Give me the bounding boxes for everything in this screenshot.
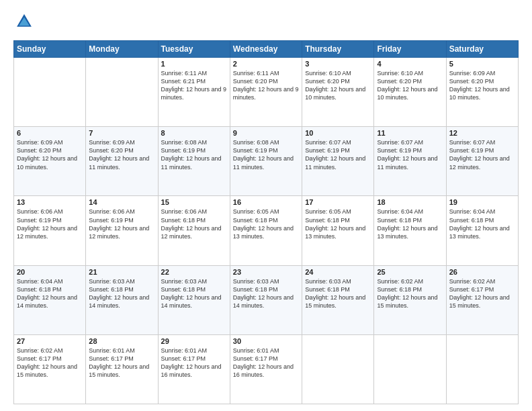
day-number: 25 (377, 268, 443, 276)
calendar-cell: 29Sunrise: 6:01 AM Sunset: 6:17 PM Dayli… (158, 334, 230, 404)
calendar-cell: 7Sunrise: 6:09 AM Sunset: 6:20 PM Daylig… (86, 127, 158, 196)
day-number: 13 (17, 198, 83, 206)
day-number: 18 (377, 198, 443, 206)
weekday-header-monday: Monday (86, 41, 158, 58)
week-row-1: 1Sunrise: 6:11 AM Sunset: 6:21 PM Daylig… (14, 58, 519, 127)
day-number: 30 (233, 337, 299, 345)
day-info: Sunrise: 6:05 AM Sunset: 6:18 PM Dayligh… (305, 208, 371, 240)
calendar-cell: 30Sunrise: 6:01 AM Sunset: 6:17 PM Dayli… (230, 334, 302, 404)
day-info: Sunrise: 6:05 AM Sunset: 6:18 PM Dayligh… (233, 208, 299, 240)
calendar-cell (374, 334, 446, 404)
day-info: Sunrise: 6:02 AM Sunset: 6:17 PM Dayligh… (17, 347, 83, 379)
day-info: Sunrise: 6:11 AM Sunset: 6:21 PM Dayligh… (161, 69, 227, 102)
day-info: Sunrise: 6:07 AM Sunset: 6:19 PM Dayligh… (377, 138, 443, 171)
calendar-cell: 28Sunrise: 6:01 AM Sunset: 6:17 PM Dayli… (86, 334, 158, 404)
day-info: Sunrise: 6:06 AM Sunset: 6:19 PM Dayligh… (17, 208, 83, 240)
day-number: 16 (233, 198, 299, 206)
calendar-cell: 12Sunrise: 6:07 AM Sunset: 6:19 PM Dayli… (446, 127, 518, 196)
day-info: Sunrise: 6:03 AM Sunset: 6:18 PM Dayligh… (233, 277, 299, 310)
day-number: 1 (161, 60, 227, 68)
day-info: Sunrise: 6:03 AM Sunset: 6:18 PM Dayligh… (305, 277, 371, 310)
calendar-cell: 20Sunrise: 6:04 AM Sunset: 6:18 PM Dayli… (14, 265, 86, 334)
calendar-cell: 9Sunrise: 6:08 AM Sunset: 6:19 PM Daylig… (230, 127, 302, 196)
calendar-cell: 2Sunrise: 6:11 AM Sunset: 6:20 PM Daylig… (230, 58, 302, 127)
day-info: Sunrise: 6:11 AM Sunset: 6:20 PM Dayligh… (233, 69, 299, 102)
calendar-cell: 15Sunrise: 6:06 AM Sunset: 6:18 PM Dayli… (158, 196, 230, 265)
day-number: 7 (89, 129, 154, 137)
day-info: Sunrise: 6:03 AM Sunset: 6:18 PM Dayligh… (161, 277, 227, 310)
day-info: Sunrise: 6:10 AM Sunset: 6:20 PM Dayligh… (305, 69, 371, 102)
day-number: 27 (17, 337, 83, 345)
day-number: 24 (305, 268, 371, 276)
calendar-cell: 8Sunrise: 6:08 AM Sunset: 6:19 PM Daylig… (158, 127, 230, 196)
day-number: 19 (449, 198, 515, 206)
day-info: Sunrise: 6:04 AM Sunset: 6:18 PM Dayligh… (449, 208, 515, 240)
calendar-cell: 18Sunrise: 6:04 AM Sunset: 6:18 PM Dayli… (374, 196, 446, 265)
day-number: 4 (377, 60, 443, 68)
day-info: Sunrise: 6:09 AM Sunset: 6:20 PM Dayligh… (17, 138, 83, 171)
calendar-cell: 16Sunrise: 6:05 AM Sunset: 6:18 PM Dayli… (230, 196, 302, 265)
calendar-cell: 4Sunrise: 6:10 AM Sunset: 6:20 PM Daylig… (374, 58, 446, 127)
day-number: 2 (233, 60, 299, 68)
calendar-cell: 17Sunrise: 6:05 AM Sunset: 6:18 PM Dayli… (302, 196, 374, 265)
weekday-header-thursday: Thursday (302, 41, 374, 58)
day-info: Sunrise: 6:02 AM Sunset: 6:18 PM Dayligh… (377, 277, 443, 310)
day-number: 29 (161, 337, 227, 345)
calendar-cell (86, 58, 158, 127)
day-info: Sunrise: 6:07 AM Sunset: 6:19 PM Dayligh… (449, 138, 515, 171)
day-info: Sunrise: 6:01 AM Sunset: 6:17 PM Dayligh… (233, 347, 299, 379)
calendar-cell: 27Sunrise: 6:02 AM Sunset: 6:17 PM Dayli… (14, 334, 86, 404)
day-info: Sunrise: 6:08 AM Sunset: 6:19 PM Dayligh… (161, 138, 227, 171)
calendar-cell: 21Sunrise: 6:03 AM Sunset: 6:18 PM Dayli… (86, 265, 158, 334)
calendar-cell: 26Sunrise: 6:02 AM Sunset: 6:17 PM Dayli… (446, 265, 518, 334)
calendar-cell: 14Sunrise: 6:06 AM Sunset: 6:19 PM Dayli… (86, 196, 158, 265)
day-info: Sunrise: 6:03 AM Sunset: 6:18 PM Dayligh… (89, 277, 154, 310)
day-number: 5 (449, 60, 515, 68)
day-info: Sunrise: 6:09 AM Sunset: 6:20 PM Dayligh… (449, 69, 515, 102)
weekday-header-wednesday: Wednesday (230, 41, 302, 58)
calendar-cell: 3Sunrise: 6:10 AM Sunset: 6:20 PM Daylig… (302, 58, 374, 127)
day-number: 10 (305, 129, 371, 137)
day-info: Sunrise: 6:10 AM Sunset: 6:20 PM Dayligh… (377, 69, 443, 102)
calendar-cell: 6Sunrise: 6:09 AM Sunset: 6:20 PM Daylig… (14, 127, 86, 196)
calendar-cell: 11Sunrise: 6:07 AM Sunset: 6:19 PM Dayli… (374, 127, 446, 196)
week-row-2: 6Sunrise: 6:09 AM Sunset: 6:20 PM Daylig… (14, 127, 519, 196)
day-number: 3 (305, 60, 371, 68)
day-number: 21 (89, 268, 154, 276)
day-info: Sunrise: 6:02 AM Sunset: 6:17 PM Dayligh… (449, 277, 515, 310)
day-number: 11 (377, 129, 443, 137)
calendar-cell: 13Sunrise: 6:06 AM Sunset: 6:19 PM Dayli… (14, 196, 86, 265)
day-number: 23 (233, 268, 299, 276)
day-number: 17 (305, 198, 371, 206)
day-info: Sunrise: 6:04 AM Sunset: 6:18 PM Dayligh… (17, 277, 83, 310)
calendar-cell (446, 334, 518, 404)
weekday-header-sunday: Sunday (14, 41, 86, 58)
page: SundayMondayTuesdayWednesdayThursdayFrid… (0, 0, 532, 411)
day-info: Sunrise: 6:01 AM Sunset: 6:17 PM Dayligh… (161, 347, 227, 379)
calendar-cell (14, 58, 86, 127)
weekday-header-tuesday: Tuesday (158, 41, 230, 58)
day-number: 6 (17, 129, 83, 137)
week-row-5: 27Sunrise: 6:02 AM Sunset: 6:17 PM Dayli… (14, 334, 519, 404)
day-number: 28 (89, 337, 154, 345)
day-number: 15 (161, 198, 227, 206)
day-number: 22 (161, 268, 227, 276)
weekday-header-friday: Friday (374, 41, 446, 58)
day-number: 20 (17, 268, 83, 276)
day-info: Sunrise: 6:01 AM Sunset: 6:17 PM Dayligh… (89, 347, 154, 379)
calendar-cell: 10Sunrise: 6:07 AM Sunset: 6:19 PM Dayli… (302, 127, 374, 196)
week-row-3: 13Sunrise: 6:06 AM Sunset: 6:19 PM Dayli… (14, 196, 519, 265)
calendar-cell: 5Sunrise: 6:09 AM Sunset: 6:20 PM Daylig… (446, 58, 518, 127)
header (13, 12, 519, 34)
weekday-header-row: SundayMondayTuesdayWednesdayThursdayFrid… (14, 41, 519, 58)
calendar-cell: 24Sunrise: 6:03 AM Sunset: 6:18 PM Dayli… (302, 265, 374, 334)
day-number: 26 (449, 268, 515, 276)
calendar-cell: 22Sunrise: 6:03 AM Sunset: 6:18 PM Dayli… (158, 265, 230, 334)
day-number: 12 (449, 129, 515, 137)
day-info: Sunrise: 6:04 AM Sunset: 6:18 PM Dayligh… (377, 208, 443, 240)
day-number: 9 (233, 129, 299, 137)
logo-icon (15, 12, 34, 31)
week-row-4: 20Sunrise: 6:04 AM Sunset: 6:18 PM Dayli… (14, 265, 519, 334)
logo (13, 12, 34, 34)
calendar-table: SundayMondayTuesdayWednesdayThursdayFrid… (13, 40, 519, 404)
